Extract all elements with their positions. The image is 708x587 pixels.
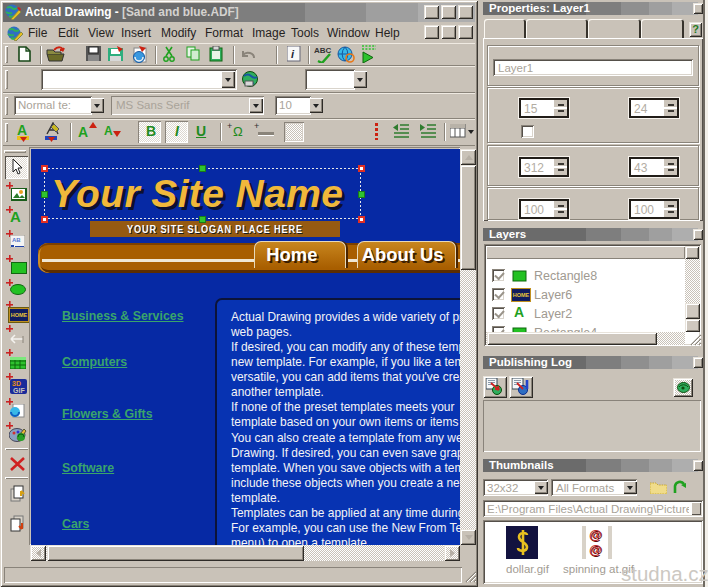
svg-text:GIF: GIF: [13, 387, 25, 394]
svg-text:3D: 3D: [12, 380, 21, 387]
svg-text:AB: AB: [12, 237, 21, 243]
